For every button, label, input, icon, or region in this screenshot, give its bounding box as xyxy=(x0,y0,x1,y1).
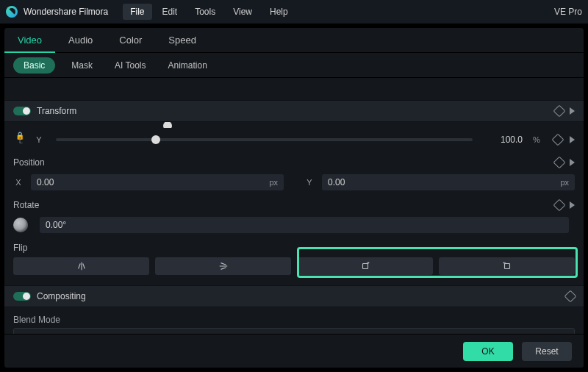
position-label: Position xyxy=(13,157,45,168)
ok-button[interactable]: OK xyxy=(463,342,513,361)
transform-toggle[interactable] xyxy=(13,107,31,115)
transform-label: Transform xyxy=(37,106,76,116)
svg-rect-0 xyxy=(362,264,368,269)
title-bar: Wondershare Filmora File Edit Tools View… xyxy=(0,0,588,24)
position-y-input[interactable]: 0.00 px xyxy=(322,174,575,190)
tab-speed[interactable]: Speed xyxy=(155,28,209,53)
blend-mode-label: Blend Mode xyxy=(13,315,575,325)
compositing-label: Compositing xyxy=(37,291,86,301)
flip-row xyxy=(13,257,575,275)
position-y-label: Y xyxy=(304,178,315,187)
menu-edit[interactable]: Edit xyxy=(155,4,185,20)
sub-tabs: Basic Mask AI Tools Animation xyxy=(4,53,584,78)
position-y-unit: px xyxy=(560,178,569,187)
properties-panel: Video Audio Color Speed Basic Mask AI To… xyxy=(4,28,584,368)
scale-y-keyframe-icon[interactable] xyxy=(552,134,564,146)
flip-vertical-icon xyxy=(218,261,229,271)
menu-help[interactable]: Help xyxy=(262,4,295,20)
flip-label: Flip xyxy=(13,243,27,253)
rotate-ccw-button[interactable] xyxy=(439,257,575,275)
position-x-value: 0.00 xyxy=(37,177,54,187)
rotate-value: 0.00° xyxy=(46,220,66,230)
rotate-label: Rotate xyxy=(13,200,39,210)
menu-view[interactable]: View xyxy=(226,4,259,20)
scale-lock-column: 🔒 └ xyxy=(13,132,26,147)
flip-horizontal-icon xyxy=(76,261,87,271)
position-x-label: X xyxy=(13,178,24,187)
subtab-animation[interactable]: Animation xyxy=(162,57,212,74)
position-keyframe-icon[interactable] xyxy=(553,157,566,169)
reset-button[interactable]: Reset xyxy=(522,342,572,361)
flip-vertical-button[interactable] xyxy=(155,257,291,275)
subtab-ai-tools[interactable]: AI Tools xyxy=(109,57,151,74)
compositing-toggle[interactable] xyxy=(13,292,31,301)
main-area: Video Audio Color Speed Basic Mask AI To… xyxy=(0,24,588,372)
menu-tools[interactable]: Tools xyxy=(187,4,223,20)
position-x-input[interactable]: 0.00 px xyxy=(31,174,284,190)
scale-x-partial xyxy=(13,122,575,128)
panel-footer: OK Reset xyxy=(4,334,584,368)
rotate-keyframe-icon[interactable] xyxy=(553,199,566,212)
position-y-value: 0.00 xyxy=(328,177,345,187)
subtab-mask[interactable]: Mask xyxy=(65,57,98,74)
scale-y-slider[interactable] xyxy=(56,138,473,141)
tab-audio[interactable]: Audio xyxy=(55,28,106,53)
scale-y-unit: % xyxy=(533,135,546,144)
scale-y-value[interactable]: 100.0 xyxy=(484,135,526,145)
position-more-icon[interactable] xyxy=(570,159,575,166)
panel-body: Transform 🔒 └ Y xyxy=(4,100,584,334)
scale-x-thumb-partial[interactable] xyxy=(163,122,172,128)
subtab-basic[interactable]: Basic xyxy=(13,57,55,74)
transform-section-header[interactable]: Transform xyxy=(4,100,584,122)
rotate-more-icon[interactable] xyxy=(570,201,575,209)
rotate-ccw-icon xyxy=(502,261,512,271)
menu-file[interactable]: File xyxy=(123,4,151,20)
svg-rect-1 xyxy=(504,264,509,269)
rotate-knob[interactable] xyxy=(13,218,28,232)
branch-icon: └ xyxy=(17,140,22,147)
tab-video[interactable]: Video xyxy=(4,28,55,53)
menu-bar: File Edit Tools View Help xyxy=(123,4,295,20)
title-right: VE Pro xyxy=(554,7,582,17)
rotate-cw-button[interactable] xyxy=(297,257,433,275)
scale-y-label: Y xyxy=(34,135,44,144)
compositing-keyframe-icon[interactable] xyxy=(564,290,577,303)
compositing-section-header[interactable]: Compositing xyxy=(4,285,584,307)
scale-y-more-icon[interactable] xyxy=(570,136,575,143)
position-x-unit: px xyxy=(269,178,278,187)
transform-keyframe-icon[interactable] xyxy=(553,105,566,118)
tab-color[interactable]: Color xyxy=(106,28,155,53)
category-tabs: Video Audio Color Speed xyxy=(4,28,584,53)
flip-horizontal-button[interactable] xyxy=(13,257,149,275)
transform-expand-icon[interactable] xyxy=(570,107,575,115)
app-logo-icon xyxy=(6,6,18,18)
blend-mode-dropdown[interactable]: Normal xyxy=(13,328,575,334)
app-title: Wondershare Filmora xyxy=(24,7,108,17)
scale-y-thumb[interactable] xyxy=(151,135,160,144)
rotate-cw-icon xyxy=(360,261,370,271)
rotate-input[interactable]: 0.00° xyxy=(40,217,569,233)
